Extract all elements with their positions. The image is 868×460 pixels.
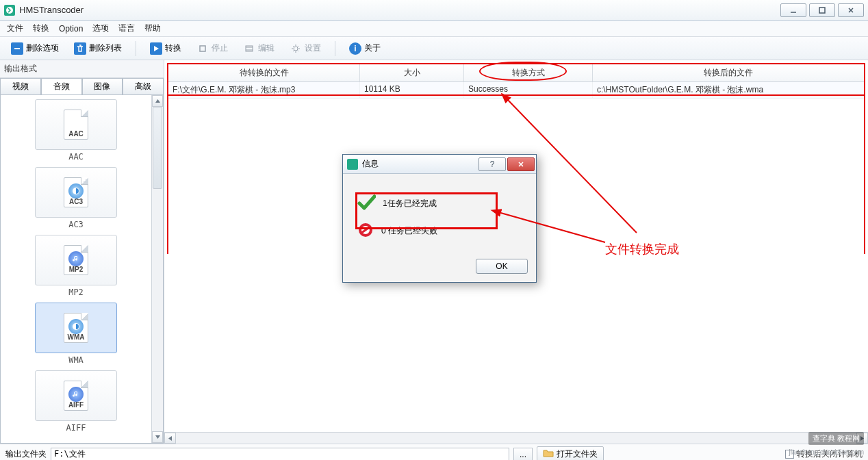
tab-audio[interactable]: 音频 <box>41 78 82 94</box>
stop-button[interactable]: 停止 <box>191 40 233 57</box>
window-controls <box>778 3 864 17</box>
col-mode[interactable]: 转换方式 <box>464 64 593 81</box>
dialog-fail-line: 0 任务已经失败 <box>357 221 522 241</box>
film-icon <box>243 42 255 55</box>
scroll-up-icon[interactable] <box>152 95 163 107</box>
settings-label: 设置 <box>305 42 321 54</box>
tab-image[interactable]: 图像 <box>82 78 123 94</box>
svg-point-3 <box>294 47 298 51</box>
open-folder-button[interactable]: 打开文件夹 <box>537 446 604 460</box>
dialog-success-text: 1任务已经完成 <box>383 198 437 209</box>
close-button[interactable] <box>838 3 864 17</box>
format-aiff[interactable]: AIFF AIFF <box>35 370 117 433</box>
forbidden-icon <box>357 221 374 241</box>
app-icon <box>4 5 15 16</box>
output-folder-row: 输出文件夹 ... 打开文件夹 转换后关闭计算机 <box>0 444 868 460</box>
format-aac[interactable]: AAC AAC <box>35 99 117 162</box>
menu-help[interactable]: 帮助 <box>144 23 161 34</box>
window-title: HMSTranscoder <box>19 5 778 15</box>
stop-label: 停止 <box>212 42 228 54</box>
svg-rect-0 <box>819 8 825 13</box>
info-icon: i <box>349 42 361 55</box>
format-mp2[interactable]: MP2 MP2 <box>35 235 117 297</box>
minus-icon <box>11 42 23 55</box>
output-folder-label: 输出文件夹 <box>5 448 47 460</box>
svg-text:i: i <box>354 44 356 53</box>
dialog-ok-button[interactable]: OK <box>476 259 528 274</box>
dialog-titlebar: 信息 ? <box>343 155 536 174</box>
col-source[interactable]: 待转换的文件 <box>168 64 360 81</box>
list-header: 待转换的文件 大小 转换方式 转换后的文件 <box>168 64 864 82</box>
stop-icon <box>196 42 209 55</box>
svg-rect-2 <box>246 46 253 51</box>
dialog-success-line: 1任务已经完成 <box>357 193 522 214</box>
menu-file[interactable]: 文件 <box>7 23 23 34</box>
dialog-app-icon <box>347 159 358 170</box>
info-dialog: 信息 ? 1任务已经完成 0 任务已经失败 OK <box>342 154 537 283</box>
svg-text:?: ? <box>490 160 495 168</box>
scroll-thumb[interactable] <box>153 107 162 189</box>
watermark-sub: jiaocheng.chazidian.com <box>789 448 864 456</box>
delete-selection-label: 删除选项 <box>26 42 59 54</box>
about-label: 关于 <box>364 42 381 54</box>
gear-icon <box>290 42 302 55</box>
watermark: 查字典 教程网 <box>808 432 864 445</box>
svg-rect-1 <box>200 46 205 51</box>
convert-button[interactable]: 转换 <box>144 40 187 57</box>
dialog-fail-text: 0 任务已经失败 <box>381 225 437 237</box>
col-size[interactable]: 大小 <box>360 64 464 81</box>
minimize-button[interactable] <box>780 3 806 17</box>
format-tabs: 视频 音频 图像 高级 <box>0 78 164 94</box>
edit-label: 编辑 <box>258 42 275 54</box>
folder-icon <box>543 448 554 460</box>
tab-advanced[interactable]: 高级 <box>123 78 164 94</box>
delete-selection-button[interactable]: 删除选项 <box>5 40 64 57</box>
output-folder-input[interactable] <box>51 448 509 461</box>
output-format-panel: 输出格式 视频 音频 图像 高级 AAC AAC AC3 AC3 MP2 MP2 <box>0 60 164 444</box>
horizontal-scrollbar[interactable] <box>164 432 868 444</box>
format-wma[interactable]: WMA WMA <box>35 303 117 365</box>
convert-label: 转换 <box>165 42 181 54</box>
format-scrollbar[interactable] <box>151 95 163 443</box>
output-format-title: 输出格式 <box>0 60 164 78</box>
tab-video[interactable]: 视频 <box>0 78 41 94</box>
dialog-help-button[interactable]: ? <box>478 157 506 171</box>
toolbar-separator <box>136 41 136 56</box>
format-list: AAC AAC AC3 AC3 MP2 MP2 WMA WMA AIFF A <box>1 95 151 443</box>
table-row[interactable]: F:\文件\G.E.M. 邓紫棋 - 泡沫.mp3 10114 KB Succe… <box>168 82 864 99</box>
play-icon <box>150 42 162 55</box>
toolbar-separator <box>335 41 335 56</box>
browse-button[interactable]: ... <box>513 448 533 461</box>
menu-convert[interactable]: 转换 <box>33 23 49 34</box>
format-ac3[interactable]: AC3 AC3 <box>35 167 117 229</box>
toolbar: 删除选项 删除列表 转换 停止 编辑 设置 i 关于 <box>0 37 868 60</box>
check-icon <box>357 193 376 214</box>
about-button[interactable]: i 关于 <box>344 40 386 57</box>
menu-language[interactable]: 语言 <box>118 23 135 34</box>
menu-option-en[interactable]: Option <box>59 24 83 34</box>
col-output[interactable]: 转换后的文件 <box>593 64 864 81</box>
scroll-left-icon[interactable] <box>164 433 176 444</box>
open-folder-label: 打开文件夹 <box>557 448 598 460</box>
maximize-button[interactable] <box>809 3 835 17</box>
menu-bar: 文件 转换 Option 选项 语言 帮助 <box>0 21 868 37</box>
dialog-close-button[interactable] <box>507 157 535 171</box>
delete-list-label: 删除列表 <box>89 42 122 54</box>
delete-list-button[interactable]: 删除列表 <box>68 40 127 57</box>
dialog-title: 信息 <box>362 158 379 170</box>
settings-button[interactable]: 设置 <box>284 40 327 57</box>
title-bar: HMSTranscoder <box>0 0 868 21</box>
edit-button[interactable]: 编辑 <box>238 40 280 57</box>
menu-option-cn[interactable]: 选项 <box>92 23 109 34</box>
trash-icon <box>74 42 86 55</box>
scroll-down-icon[interactable] <box>152 431 163 443</box>
annotation-row-highlight <box>167 94 865 96</box>
